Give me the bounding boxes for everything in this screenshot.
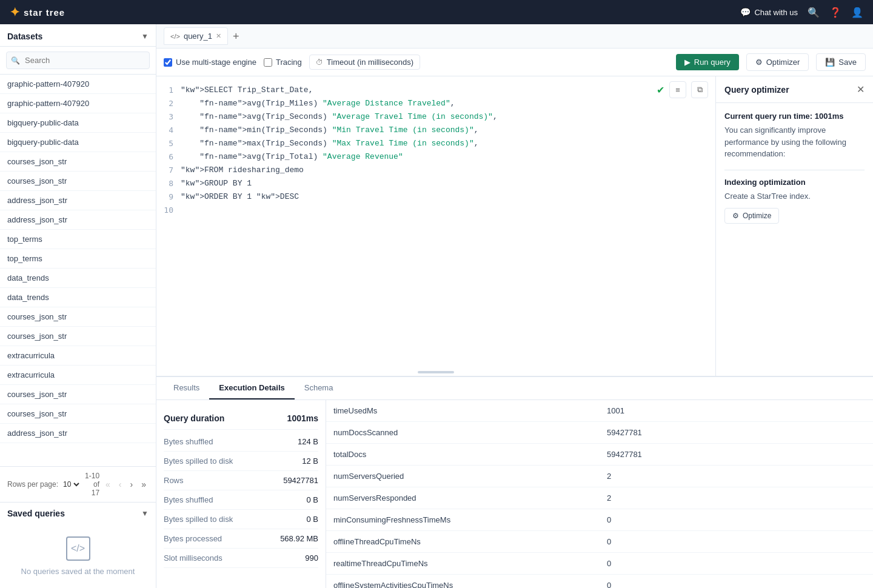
saved-queries-collapse-icon[interactable]: ▼ <box>141 509 149 518</box>
first-page-btn[interactable]: « <box>103 478 113 490</box>
code-editor[interactable]: "kw">SELECT Trip_Start_Date, "fn-name">a… <box>178 76 715 376</box>
last-page-btn[interactable]: » <box>139 478 149 490</box>
search-icon: 🔍 <box>11 56 20 65</box>
dataset-item[interactable]: address_json_str <box>0 424 156 443</box>
dataset-item[interactable]: bigquery-public-data <box>0 133 156 152</box>
dataset-item[interactable]: courses_json_str <box>0 404 156 424</box>
rows-per-page-select[interactable]: 102550 <box>61 479 81 489</box>
bottom-tab-results[interactable]: Results <box>164 377 209 399</box>
metric-value: 1001 <box>600 400 873 421</box>
sidebar-header: Datasets ▼ <box>0 24 156 47</box>
optimizer-divider <box>724 170 865 170</box>
metric-value: 0 <box>600 553 873 574</box>
indexing-section: Indexing optimization Create a StarTree … <box>724 178 865 224</box>
editor-scrollbar[interactable] <box>418 371 454 373</box>
tracing-checkbox[interactable] <box>264 58 272 67</box>
save-button[interactable]: 💾 Save <box>816 53 866 71</box>
user-icon[interactable]: 👤 <box>851 7 863 18</box>
dataset-item[interactable]: address_json_str <box>0 210 156 230</box>
clock-icon: ⏱ <box>316 58 323 67</box>
dataset-item[interactable]: graphic-pattern-407920 <box>0 94 156 113</box>
dataset-item[interactable]: extracurricula <box>0 346 156 366</box>
metric-key: offlineThreadCpuTimeNs <box>326 531 600 552</box>
format-button[interactable]: ≡ <box>669 81 686 98</box>
saved-queries-header[interactable]: Saved queries ▼ <box>0 503 156 524</box>
optimizer-panel-title: Query optimizer <box>724 85 789 95</box>
optimizer-runtime-label: Current query run time: 1001ms <box>724 112 865 121</box>
tracing-text: Tracing <box>276 58 302 67</box>
dataset-item[interactable]: data_trends <box>0 269 156 288</box>
dataset-item[interactable]: data_trends <box>0 288 156 307</box>
exec-header-value: 1001ms <box>287 413 318 423</box>
metrics-row: minConsumingFreshnessTimeMs0 <box>326 509 873 531</box>
dataset-item[interactable]: extracurricula <box>0 366 156 385</box>
query-tab[interactable]: </> query_1 ✕ <box>164 27 228 45</box>
metrics-row: totalDocs59427781 <box>326 444 873 466</box>
dataset-item[interactable]: courses_json_str <box>0 307 156 327</box>
dataset-list: graphic-pattern-407920graphic-pattern-40… <box>0 75 156 466</box>
tab-label: query_1 <box>184 32 212 41</box>
optimize-button[interactable]: ⚙ Optimize <box>724 208 779 224</box>
dataset-item[interactable]: courses_json_str <box>0 152 156 172</box>
tab-bar: </> query_1 ✕ + <box>156 24 873 48</box>
copy-button[interactable]: ⧉ <box>691 81 708 98</box>
metric-key: timeUsedMs <box>326 400 600 421</box>
star-icon: ✦ <box>10 5 20 19</box>
optimize-btn-label: Optimize <box>743 212 771 220</box>
tab-close-icon[interactable]: ✕ <box>216 32 221 40</box>
nav-actions: 💬 Chat with us 🔍 ❓ 👤 <box>740 7 863 18</box>
rows-selector: Rows per page: 102550 <box>7 479 81 489</box>
results-area: Query duration1001msBytes shuffled124 BB… <box>156 400 873 588</box>
dataset-item[interactable]: graphic-pattern-407920 <box>0 75 156 94</box>
optimizer-label: Optimizer <box>766 58 800 67</box>
sidebar-collapse-icon[interactable]: ▼ <box>141 32 149 41</box>
search-input[interactable] <box>6 52 150 69</box>
bottom-tab-execution-details[interactable]: Execution Details <box>209 377 294 399</box>
dataset-item[interactable]: address_json_str <box>0 191 156 210</box>
editor-area: 12345678910"kw">SELECT Trip_Start_Date, … <box>156 76 715 376</box>
multi-stage-checkbox[interactable] <box>164 58 172 67</box>
add-tab-button[interactable]: + <box>233 31 239 42</box>
sidebar-title: Datasets <box>7 32 42 41</box>
dataset-item[interactable]: courses_json_str <box>0 327 156 346</box>
exec-row-value: 12 B <box>302 456 318 466</box>
dataset-item[interactable]: top_terms <box>0 249 156 269</box>
optimizer-panel-close-icon[interactable]: ✕ <box>857 84 865 95</box>
metric-key: numDocsScanned <box>326 422 600 443</box>
prev-page-btn[interactable]: ‹ <box>116 478 124 490</box>
multi-stage-label[interactable]: Use multi-stage engine <box>164 58 256 67</box>
metric-value: 0 <box>600 531 873 552</box>
optimizer-panel-header: Query optimizer ✕ <box>716 76 873 103</box>
exec-row: Slot milliseconds990 <box>164 549 318 568</box>
run-query-button[interactable]: ▶ Run query <box>676 54 739 70</box>
metric-key: minConsumingFreshnessTimeMs <box>326 509 600 530</box>
metric-value: 59427781 <box>600 444 873 465</box>
metrics-row: offlineThreadCpuTimeNs0 <box>326 531 873 553</box>
metric-key: offlineSystemActivitiesCpuTimeNs <box>326 575 600 588</box>
rows-per-page-label: Rows per page: <box>7 480 58 489</box>
bottom-tab-schema[interactable]: Schema <box>295 377 343 399</box>
help-icon[interactable]: ❓ <box>829 7 841 18</box>
optimizer-runtime-section: Current query run time: 1001ms You can s… <box>724 112 865 160</box>
dataset-item[interactable]: top_terms <box>0 230 156 249</box>
dataset-item[interactable]: courses_json_str <box>0 172 156 191</box>
chat-button[interactable]: 💬 Chat with us <box>740 7 798 17</box>
optimizer-description: You can significantly improve performanc… <box>724 124 865 160</box>
exec-row: Bytes shuffled0 B <box>164 490 318 510</box>
metric-value: 2 <box>600 466 873 487</box>
dataset-item[interactable]: bigquery-public-data <box>0 113 156 133</box>
dataset-item[interactable]: courses_json_str <box>0 385 156 404</box>
tracing-label[interactable]: Tracing <box>264 58 302 67</box>
execution-left-panel: Query duration1001msBytes shuffled124 BB… <box>156 400 326 588</box>
next-page-btn[interactable]: › <box>128 478 136 490</box>
exec-header-label: Query duration <box>164 413 224 423</box>
timeout-field[interactable]: ⏱ Timeout (in milliseconds) <box>309 55 420 70</box>
play-icon: ▶ <box>684 58 691 67</box>
exec-row-value: 990 <box>305 553 318 563</box>
metrics-row: timeUsedMs1001 <box>326 400 873 422</box>
metrics-row: realtimeThreadCpuTimeNs0 <box>326 553 873 575</box>
optimizer-button[interactable]: ⚙ Optimizer <box>746 53 809 71</box>
search-nav-icon[interactable]: 🔍 <box>808 7 820 18</box>
check-icon: ✔ <box>657 84 664 96</box>
exec-row: Bytes spilled to disk12 B <box>164 452 318 471</box>
